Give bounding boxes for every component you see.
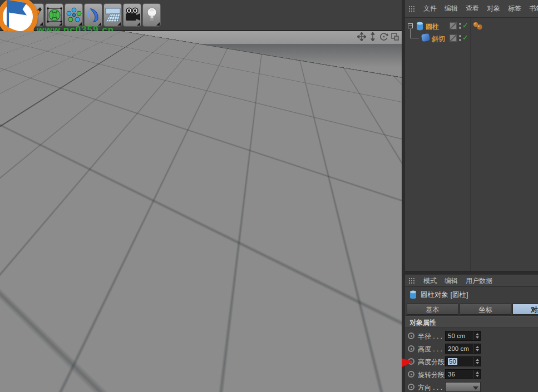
subdivision-surface-button[interactable]: [45, 3, 63, 27]
am-menu-edit[interactable]: 编辑: [445, 276, 458, 286]
radius-input[interactable]: 50 cm: [445, 331, 481, 341]
om-menu-bookmarks[interactable]: 书签: [529, 4, 538, 13]
orientation-dropdown[interactable]: [445, 382, 481, 392]
floor-icon: [105, 6, 121, 24]
height-segments-input[interactable]: 50: [445, 356, 481, 366]
height-input[interactable]: 200 cm: [445, 344, 481, 354]
panel-splitter[interactable]: [405, 271, 538, 275]
phong-tag-icon[interactable]: [472, 22, 483, 31]
tab-coordinates[interactable]: 坐标: [460, 304, 511, 315]
pan-icon[interactable]: [357, 32, 366, 41]
bevel-object-icon: [421, 33, 430, 42]
property-label: 半径 . . .: [418, 332, 442, 341]
spinner-control[interactable]: [473, 357, 480, 366]
rotate-icon[interactable]: [379, 32, 388, 41]
array-button[interactable]: [65, 3, 83, 27]
light-button[interactable]: [142, 3, 161, 27]
boole-icon: [86, 6, 101, 24]
floor-button[interactable]: [103, 3, 122, 27]
spinner-control[interactable]: [473, 331, 480, 340]
object-tree: 圆柱 ✓ 斜切 ✓: [405, 18, 538, 271]
tree-branch-line: [410, 29, 419, 38]
boole-button[interactable]: [84, 3, 102, 27]
attribute-title-row: 圆柱对象 [圆柱]: [405, 287, 538, 302]
attribute-manager: 模式 编辑 用户数据 圆柱对象 [圆柱] 基本 坐标 对象 对象属性: [405, 275, 538, 392]
visibility-toggle-icon[interactable]: [450, 34, 457, 42]
attribute-tabs: 基本 坐标 对象: [405, 302, 538, 316]
watermark-logo: [0, 0, 43, 43]
spinner-control[interactable]: [473, 344, 480, 353]
property-label: 高度分段: [418, 358, 445, 367]
tab-object[interactable]: 对象: [512, 304, 538, 315]
column-separator: [470, 18, 471, 271]
camera-icon: [124, 6, 141, 24]
editor-render-dots-icon[interactable]: [459, 23, 462, 29]
property-row-height-segments: 高度分段 50: [405, 355, 538, 368]
om-menu-file[interactable]: 文件: [423, 4, 437, 13]
keyframe-ring-icon[interactable]: [408, 358, 414, 365]
property-row-height: 高度 . . . 200 cm: [405, 343, 538, 355]
array-icon: [66, 6, 82, 24]
visibility-toggle-icon[interactable]: [450, 22, 457, 29]
property-label: 高度 . . .: [418, 345, 442, 354]
om-menu-tags[interactable]: 标签: [508, 4, 521, 13]
cylinder-object-icon: [409, 290, 417, 299]
panel-grip-icon[interactable]: [408, 277, 416, 284]
keyframe-ring-icon[interactable]: [408, 371, 414, 378]
application-window: www.pc0359.cn 文件 编辑 查看 对象 标签 书签 圆柱: [0, 0, 538, 392]
om-menu-view[interactable]: 查看: [466, 4, 479, 13]
zoom-icon[interactable]: [368, 32, 377, 41]
om-menu-edit[interactable]: 编辑: [445, 4, 458, 13]
chevron-down-icon: [473, 386, 478, 390]
viewport-horizon: [0, 44, 402, 67]
om-menu-objects[interactable]: 对象: [487, 4, 500, 13]
section-header: 对象属性: [405, 316, 538, 328]
property-row-rotation-segments: 旋转分段 36: [405, 368, 538, 381]
object-label[interactable]: 斜切: [432, 34, 445, 44]
watermark-text: www.pc0359.cn: [37, 24, 114, 36]
expand-toggle-icon[interactable]: [408, 23, 413, 28]
light-icon: [145, 6, 159, 24]
am-menu-userdata[interactable]: 用户数据: [466, 276, 492, 286]
panel-grip-icon[interactable]: [408, 6, 416, 12]
spinner-control[interactable]: [473, 370, 480, 379]
object-row-bevel[interactable]: 斜切 ✓: [405, 32, 538, 44]
object-manager-menubar: 文件 编辑 查看 对象 标签 书签: [405, 0, 538, 18]
subdivision-surface-icon: [47, 6, 62, 24]
maximize-icon[interactable]: [391, 32, 399, 41]
property-label: 旋转分段: [418, 370, 445, 380]
enabled-check-icon[interactable]: ✓: [462, 21, 468, 29]
keyframe-ring-icon[interactable]: [408, 333, 414, 339]
keyframe-ring-icon[interactable]: [408, 345, 414, 352]
viewport-nav: [357, 32, 399, 41]
viewport-3d[interactable]: [0, 31, 402, 392]
camera-button[interactable]: [123, 3, 141, 27]
selected-value: 50: [448, 358, 457, 365]
object-label[interactable]: 圆柱: [426, 22, 439, 32]
attribute-title: 圆柱对象 [圆柱]: [421, 290, 468, 300]
keyframe-ring-icon[interactable]: [408, 384, 414, 390]
property-row-orientation: 方向 . . .: [405, 381, 538, 392]
am-menu-mode[interactable]: 模式: [423, 276, 437, 286]
property-label: 方向 . . .: [418, 383, 442, 392]
right-panel: 文件 编辑 查看 对象 标签 书签 圆柱 ✓: [405, 0, 538, 392]
editor-render-dots-icon[interactable]: [459, 35, 462, 42]
rotation-segments-input[interactable]: 36: [445, 369, 481, 379]
enabled-check-icon[interactable]: ✓: [462, 33, 468, 42]
object-row-cylinder[interactable]: 圆柱 ✓: [405, 20, 538, 32]
attribute-menubar: 模式 编辑 用户数据: [405, 275, 538, 287]
tab-basic[interactable]: 基本: [407, 304, 458, 315]
property-row-radius: 半径 . . . 50 cm: [405, 330, 538, 343]
